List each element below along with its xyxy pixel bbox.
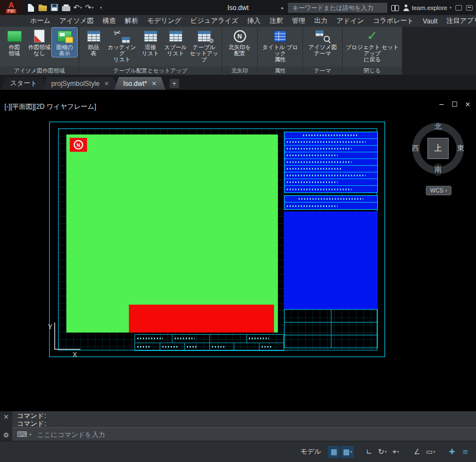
selection-cycling-toggle[interactable]: ▭▾ (424, 446, 437, 458)
bom-table-button[interactable]: 部品 表 (81, 28, 106, 57)
minimize-icon[interactable]: − (439, 100, 444, 108)
panel-label-theme: テーマ (303, 66, 342, 75)
qat-menu-button[interactable]: ▾ (95, 2, 107, 13)
viewcube-east[interactable]: 東 (457, 143, 464, 153)
titlebar-extra-icon[interactable] (455, 5, 462, 11)
command-close-icon[interactable]: × (3, 413, 9, 420)
ribbon-panel-north-arrow: N 北矢印を 配置 北矢印 (222, 27, 258, 75)
new-file-button[interactable] (25, 2, 36, 13)
titleblock-attributes-button[interactable]: タイトル ブロック 属性 (259, 28, 301, 63)
ribbon-tab-isometric[interactable]: アイソメ図 (55, 15, 98, 27)
undo-button[interactable]: ↶▾ (72, 2, 83, 13)
ribbon-tab-analysis[interactable]: 解析 (121, 15, 143, 27)
drawing-area-button[interactable]: 作図 領域 (2, 28, 27, 57)
drawing-viewport[interactable]: [-][平面図][2D ワイヤフレーム] − ☐ × N (0, 90, 476, 411)
app-logo[interactable]: A P3D (0, 0, 22, 15)
faux-text (212, 346, 225, 348)
search-collapse-icon[interactable]: ▸ (281, 5, 284, 11)
iso-theme-button[interactable]: アイソメ図 テーマ (305, 28, 340, 57)
show-area-button[interactable]: 面積の 表示 (52, 28, 77, 57)
file-tab-start[interactable]: スタート (1, 77, 46, 90)
tab-close-icon[interactable]: × (151, 80, 156, 87)
table-row (285, 196, 377, 203)
status-bar: モデル ▦ ▩▾ ∟ ↻▾ ⌖▾ ∠ ▭▾ ✚ ≡ (0, 441, 476, 462)
object-snap-icon: ⌖ (392, 447, 396, 456)
place-north-arrow-button[interactable]: N 北矢印を 配置 (224, 28, 256, 57)
file-tab-projsymbolstyle[interactable]: projSymbolStyle × (42, 77, 118, 90)
wcs-dropdown[interactable]: WCS ▾ (426, 186, 451, 195)
snap-mode-toggle[interactable]: ▩▾ (341, 446, 354, 458)
ribbon-tab-collaborate[interactable]: コラボレート (368, 15, 418, 27)
command-history-line: コマンド: (17, 420, 476, 427)
undo-dropdown-icon[interactable]: ▾ (80, 6, 82, 10)
no-drawing-area-button[interactable]: 作図領域 なし (27, 28, 52, 57)
tab-close-icon[interactable]: × (104, 80, 109, 87)
north-arrow-symbol: N (74, 140, 83, 150)
iso-drawing-area-region: N (66, 134, 278, 333)
annotation-monitor-icon: ✚ (449, 447, 455, 456)
file-tab-isodwt[interactable]: Iso.dwt* × (114, 77, 166, 90)
spool-list-button[interactable]: スプール リスト (163, 28, 188, 57)
plot-button[interactable] (60, 2, 71, 13)
titlebar-extra-icon[interactable] (466, 5, 473, 11)
selection-dropdown-icon[interactable]: ▾ (433, 450, 435, 454)
ribbon-tab-modeling[interactable]: モデリング (143, 15, 186, 27)
snap-icon: ▩ (343, 447, 349, 456)
save-button[interactable] (49, 2, 60, 13)
ucs-icon[interactable]: Y X (46, 315, 93, 359)
weld-list-button[interactable]: 溶接 リスト (138, 28, 163, 57)
search-input[interactable] (291, 4, 384, 12)
weld-list-icon (144, 31, 157, 42)
object-snap-toggle[interactable]: ⌖▾ (390, 446, 402, 458)
osnap-dropdown-icon[interactable]: ▾ (397, 450, 400, 454)
model-space-button[interactable]: モデル (301, 447, 321, 456)
ribbon-tab-visualize[interactable]: ビジュアライズ (186, 15, 243, 27)
close-icon[interactable]: × (465, 100, 470, 108)
snap-dropdown-icon[interactable]: ▾ (350, 450, 353, 454)
redo-dropdown-icon[interactable]: ▾ (92, 6, 94, 10)
lineweight-toggle[interactable]: ∠ (411, 446, 423, 458)
ortho-icon: ∟ (366, 447, 372, 456)
ribbon-tab-output[interactable]: 出力 (310, 15, 332, 27)
restore-icon[interactable]: ☐ (451, 100, 458, 108)
command-input[interactable] (36, 430, 472, 439)
grid-display-toggle[interactable]: ▦ (328, 446, 340, 458)
viewcube-west[interactable]: 西 (412, 143, 419, 153)
annotation-monitor-toggle[interactable]: ✚ (446, 446, 458, 458)
viewport-controls-label[interactable]: [-][平面図][2D ワイヤフレーム] (4, 102, 96, 112)
ribbon-tab-structure[interactable]: 構造 (98, 15, 121, 27)
wcs-label: WCS (430, 187, 443, 194)
ribbon-tab-addins[interactable]: アドイン (332, 15, 368, 27)
account-menu[interactable]: team.explore ▾ (403, 4, 451, 11)
cutting-list-button[interactable]: ✂ カッティング リスト (106, 28, 138, 63)
viewcube-south[interactable]: 南 (433, 163, 444, 176)
customize-wrench-icon[interactable]: ⚙ (3, 432, 9, 439)
ribbon-tab-annotate[interactable]: 注釈 (265, 15, 287, 27)
titleblock-table-region (284, 132, 378, 348)
binoculars-search-icon[interactable] (391, 5, 399, 11)
polar-dropdown-icon[interactable]: ▾ (384, 450, 387, 454)
ribbon-tab-manage[interactable]: 管理 (287, 15, 310, 27)
redo-button[interactable]: ↷▾ (84, 2, 95, 13)
new-tab-button[interactable]: + (170, 79, 179, 88)
viewcube-top-face[interactable]: 上 (427, 138, 449, 159)
viewcube[interactable]: 北 西 東 南 上 (411, 121, 465, 176)
customization-button[interactable]: ≡ (459, 446, 472, 458)
bom-table-icon (87, 31, 100, 42)
ribbon-tab-vault[interactable]: Vault (419, 15, 442, 27)
table-setup-button[interactable]: ⚙ テーブル セットアップ (188, 28, 220, 63)
faux-text (187, 346, 196, 348)
ribbon-tab-featured-apps[interactable]: 注目アプリ (442, 15, 476, 27)
open-file-button[interactable] (37, 2, 48, 13)
faux-text (287, 161, 352, 163)
polar-tracking-toggle[interactable]: ↻▾ (376, 446, 388, 458)
ribbon-tab-home[interactable]: ホーム (26, 15, 55, 27)
return-project-setup-button[interactable]: ✓ プロジェクト セットアップ に戻る (344, 28, 400, 63)
gear-icon: ⚙ (209, 37, 214, 45)
ribbon-tab-insert[interactable]: 挿入 (243, 15, 265, 27)
undo-icon: ↶ (73, 4, 79, 11)
viewcube-north[interactable]: 北 (435, 122, 442, 132)
command-recent-icon[interactable]: ▾ (30, 432, 32, 437)
command-side-strip: × ⚙ (0, 411, 12, 441)
ortho-mode-toggle[interactable]: ∟ (363, 446, 375, 458)
